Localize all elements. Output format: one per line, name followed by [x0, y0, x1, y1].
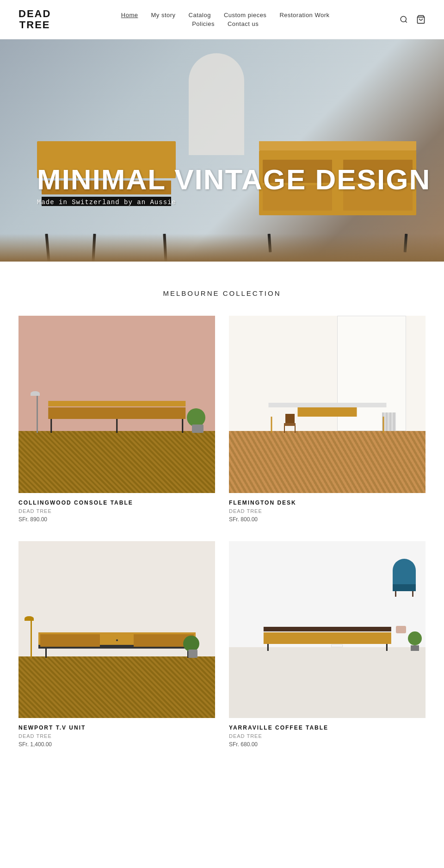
search-button[interactable] [400, 15, 408, 24]
product-brand-newport: DEAD TREE [18, 733, 215, 739]
product-image-newport [18, 541, 215, 718]
scene-floor [229, 647, 426, 718]
scene-tv-unit [38, 632, 196, 658]
product-name-flemington: FLEMINGTON DESK [229, 500, 426, 506]
product-brand-yarraville: DEAD TREE [229, 733, 426, 739]
scene-plant [190, 408, 205, 433]
hero-floor [0, 234, 444, 262]
scene-cushion [396, 626, 406, 633]
collection-title: MELBOURNE COLLECTION [18, 289, 426, 297]
scene-coffee-table [263, 627, 391, 651]
product-card-collingwood[interactable]: COLLINGWOOD CONSOLE TABLE DEAD TREE SFr.… [18, 316, 215, 523]
hero-text-block: MINIMAL VINTAGE DESIGN Made in Switzerla… [0, 165, 444, 206]
cart-icon [416, 15, 426, 24]
products-grid: COLLINGWOOD CONSOLE TABLE DEAD TREE SFr.… [18, 316, 426, 748]
nav-custom-pieces[interactable]: Custom pieces [224, 12, 266, 19]
nav-home[interactable]: Home [121, 12, 138, 19]
search-icon [400, 15, 408, 24]
product-image-yarraville [229, 541, 426, 718]
site-header: DEAD TREE Home My story Catalog Custom p… [0, 0, 444, 39]
scene-lamp [34, 391, 40, 433]
product-card-flemington[interactable]: FLEMINGTON DESK DEAD TREE SFr. 800.00 [229, 316, 426, 523]
hero-subtitle: Made in Switzerland by an Aussie [37, 199, 444, 206]
product-name-yarraville: YARRAVILLE COFFEE TABLE [229, 724, 426, 731]
product-price-collingwood: SFr. 890.00 [18, 516, 215, 523]
collection-section: MELBOURNE COLLECTION [0, 262, 444, 785]
scene-console [48, 401, 186, 433]
scene-plant [408, 631, 422, 651]
cart-button[interactable] [416, 15, 426, 24]
scene-lamp [28, 616, 34, 658]
product-card-yarraville[interactable]: YARRAVILLE COFFEE TABLE DEAD TREE SFr. 6… [229, 541, 426, 748]
product-name-newport: NEWPORT T.V UNIT [18, 724, 215, 731]
product-image-collingwood [18, 316, 215, 493]
nav-restoration-work[interactable]: Restoration Work [279, 12, 329, 19]
header-actions [400, 15, 426, 24]
site-logo[interactable]: DEAD TREE [18, 8, 51, 31]
scene-floor [18, 431, 215, 493]
svg-point-0 [401, 16, 406, 22]
hero-title: MINIMAL VINTAGE DESIGN [37, 165, 444, 194]
product-image-flemington [229, 316, 426, 493]
svg-line-1 [405, 21, 407, 23]
hero-section: MINIMAL VINTAGE DESIGN Made in Switzerla… [0, 39, 444, 262]
product-brand-collingwood: DEAD TREE [18, 508, 215, 514]
product-brand-flemington: DEAD TREE [229, 508, 426, 514]
product-card-newport[interactable]: NEWPORT T.V UNIT DEAD TREE SFr. 1,400.00 [18, 541, 215, 748]
scene-book [331, 644, 343, 647]
product-price-flemington: SFr. 800.00 [229, 516, 426, 523]
nav-contact[interactable]: Contact us [228, 20, 259, 27]
scene-floor [18, 656, 215, 718]
nav-catalog[interactable]: Catalog [189, 12, 211, 19]
scene-armchair [393, 559, 416, 597]
scene-chair [284, 414, 296, 433]
scene-plant [186, 636, 199, 658]
nav-my-story[interactable]: My story [151, 12, 175, 19]
hero-door-decor [189, 53, 244, 155]
scene-floor [229, 431, 426, 493]
product-price-newport: SFr. 1,400.00 [18, 741, 215, 748]
nav-policies[interactable]: Policies [192, 20, 215, 27]
product-name-collingwood: COLLINGWOOD CONSOLE TABLE [18, 500, 215, 506]
product-price-yarraville: SFr. 680.00 [229, 741, 426, 748]
main-nav: Home My story Catalog Custom pieces Rest… [121, 12, 330, 27]
